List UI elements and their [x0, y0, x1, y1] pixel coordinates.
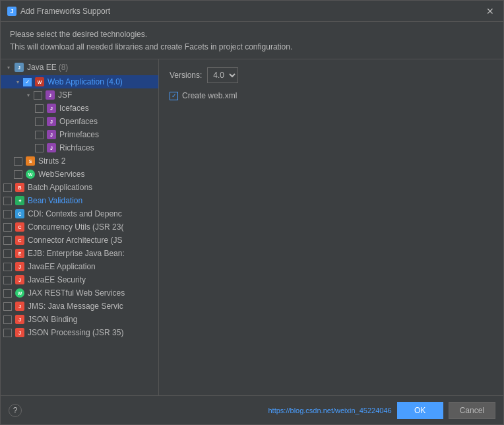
tree-item-primefaces[interactable]: J Primefaces	[1, 128, 158, 141]
checkbox-icefaces[interactable]	[35, 104, 44, 113]
checkbox-richfaces[interactable]	[35, 144, 44, 152]
arrow-icon: ▾	[14, 78, 22, 86]
arrow-icon: ▾	[24, 91, 32, 99]
concurrency-label: Concurrency Utils (JSR 23(	[28, 222, 123, 232]
checkbox-ejb[interactable]	[3, 249, 12, 258]
tree-item-bean-validation[interactable]: ✦ Bean Validation	[1, 194, 158, 207]
tree-root-javaee[interactable]: ▾ J Java EE (8)	[1, 59, 158, 75]
dialog: J Add Frameworks Support ✕ Please select…	[0, 0, 504, 425]
tree-item-jsf[interactable]: ▾ J JSF	[1, 88, 158, 102]
richfaces-label: Richfaces	[59, 143, 94, 152]
web-icon: W	[34, 77, 45, 87]
versions-label: Versions:	[170, 71, 202, 80]
openfaces-label: Openfaces	[59, 117, 98, 126]
tree-item-icefaces[interactable]: J Icefaces	[1, 102, 158, 115]
checkbox-javaee-security[interactable]	[3, 276, 12, 284]
json-binding-icon: J	[15, 314, 25, 325]
help-button[interactable]: ?	[9, 404, 22, 417]
footer: ? https://blog.csdn.net/weixin_45224046 …	[1, 395, 503, 424]
batch-label: Batch Applications	[28, 183, 92, 192]
checkbox-struts2[interactable]	[14, 157, 22, 166]
jsf-label: JSF	[58, 90, 72, 100]
bean-icon: ✦	[15, 195, 25, 206]
checkbox-webservices[interactable]	[14, 170, 22, 179]
javaee-app-label: JavaEE Application	[28, 262, 96, 271]
checkbox-primefaces[interactable]	[35, 131, 44, 139]
create-xml-label: Create web.xml	[182, 91, 237, 100]
json-binding-label: JSON Binding	[28, 315, 77, 324]
close-button[interactable]: ✕	[484, 5, 497, 17]
left-panel: ▾ J Java EE (8) ▾ W Web Application (4.0…	[1, 59, 159, 395]
cdi-icon: C	[15, 209, 25, 219]
checkbox-batch[interactable]	[3, 183, 12, 192]
connector-icon: C	[15, 235, 25, 245]
javaee-label: Java EE	[27, 63, 57, 72]
arrow-icon: ▾	[5, 63, 13, 71]
tree-item-json-binding[interactable]: J JSON Binding	[1, 313, 158, 326]
tree-item-concurrency[interactable]: C Concurrency Utils (JSR 23(	[1, 220, 158, 234]
tree-item-json-processing[interactable]: J JSON Processing (JSR 35)	[1, 326, 158, 339]
tree-item-connector[interactable]: C Connector Architecture (JS	[1, 234, 158, 247]
description-line1: Please select the desired technologies.	[10, 28, 494, 41]
checkbox-jsf[interactable]	[34, 91, 42, 100]
tree-item-struts2[interactable]: S Struts 2	[1, 154, 158, 168]
tree-item-javaee-security[interactable]: J JavaEE Security	[1, 273, 158, 286]
checkbox-web-app[interactable]	[23, 78, 32, 86]
create-xml-row: Create web.xml	[170, 91, 493, 100]
checkbox-openfaces[interactable]	[35, 117, 44, 126]
tree-item-jms[interactable]: J JMS: Java Message Servic	[1, 300, 158, 313]
tree-item-cdi[interactable]: C CDI: Contexts and Depenc	[1, 207, 158, 220]
tree-item-jax-rest[interactable]: W JAX RESTful Web Services	[1, 286, 158, 300]
footer-left: ?	[9, 404, 22, 417]
ejb-label: EJB: Enterprise Java Bean:	[28, 249, 125, 258]
jsf-icon: J	[45, 90, 55, 100]
tree-item-openfaces[interactable]: J Openfaces	[1, 115, 158, 128]
description-area: Please select the desired technologies. …	[1, 22, 503, 59]
app-icon: J	[7, 7, 16, 16]
openfaces-icon: J	[46, 116, 57, 127]
jms-label: JMS: Java Message Servic	[28, 302, 123, 311]
primefaces-icon: J	[46, 129, 57, 140]
json-processing-icon: J	[15, 327, 25, 338]
web-app-label: Web Application (4.0)	[47, 77, 123, 86]
checkbox-cdi[interactable]	[3, 210, 12, 218]
ok-button[interactable]: OK	[397, 402, 443, 419]
javaee-security-label: JavaEE Security	[28, 275, 86, 284]
javaee-app-icon: J	[15, 261, 25, 272]
connector-label: Connector Architecture (JS	[28, 236, 122, 245]
checkbox-jax[interactable]	[3, 289, 12, 298]
concurrency-icon: C	[15, 222, 25, 232]
footer-url: https://blog.csdn.net/weixin_45224046	[268, 407, 392, 414]
checkbox-jms[interactable]	[3, 302, 12, 311]
richfaces-icon: J	[46, 143, 57, 153]
version-select[interactable]: 4.0 3.1 3.0 2.0 1.0	[207, 67, 238, 83]
footer-right: https://blog.csdn.net/weixin_45224046 OK…	[268, 402, 496, 419]
batch-icon: B	[15, 182, 25, 193]
cancel-button[interactable]: Cancel	[449, 402, 495, 419]
primefaces-label: Primefaces	[59, 130, 99, 139]
checkbox-javaee-app[interactable]	[3, 263, 12, 271]
checkbox-concurrency[interactable]	[3, 223, 12, 232]
main-content: ▾ J Java EE (8) ▾ W Web Application (4.0…	[1, 59, 503, 395]
tree-item-webservices[interactable]: W WebServices	[1, 168, 158, 181]
tree-item-batch[interactable]: B Batch Applications	[1, 181, 158, 194]
ejb-icon: E	[15, 248, 25, 259]
jax-label: JAX RESTful Web Services	[28, 288, 125, 298]
tree-item-javaee-app[interactable]: J JavaEE Application	[1, 260, 158, 273]
description-line2: This will download all needed libraries …	[10, 41, 494, 53]
cdi-label: CDI: Contexts and Depenc	[28, 209, 122, 218]
javaee-icon: J	[14, 62, 24, 73]
javaee-count: (8)	[59, 63, 69, 72]
tree-item-web-app[interactable]: ▾ W Web Application (4.0)	[1, 75, 158, 88]
create-xml-checkbox[interactable]	[170, 92, 178, 100]
checkbox-bean[interactable]	[3, 197, 12, 205]
title-bar-left: J Add Frameworks Support	[7, 7, 110, 16]
tree-item-ejb[interactable]: E EJB: Enterprise Java Bean:	[1, 247, 158, 260]
jms-icon: J	[15, 301, 25, 311]
struts2-label: Struts 2	[38, 156, 65, 166]
checkbox-json-processing[interactable]	[3, 329, 12, 337]
checkbox-json-binding[interactable]	[3, 315, 12, 324]
checkbox-connector[interactable]	[3, 236, 12, 245]
icefaces-label: Icefaces	[59, 104, 89, 113]
tree-item-richfaces[interactable]: J Richfaces	[1, 141, 158, 154]
